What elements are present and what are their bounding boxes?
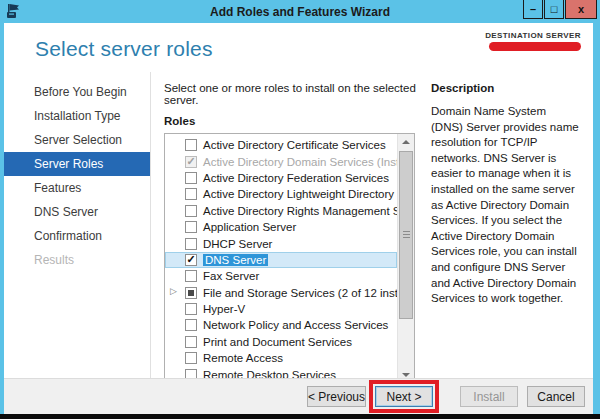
sidebar-item-dns-server[interactable]: DNS Server <box>4 200 150 224</box>
role-label: DNS Server <box>203 254 268 266</box>
role-label: Application Server <box>203 221 296 233</box>
role-row-application-server[interactable]: Application Server <box>165 219 397 235</box>
role-checkbox[interactable] <box>185 139 197 151</box>
roles-scrollbar[interactable] <box>397 134 414 383</box>
role-row-active-directory-domain-services-installed[interactable]: Active Directory Domain Services (Instal… <box>165 153 397 169</box>
sidebar-item-installation-type[interactable]: Installation Type <box>4 104 150 128</box>
destination-server-label: DESTINATION SERVER <box>485 31 581 40</box>
description-panel: Description Domain Name System (DNS) Ser… <box>417 72 593 378</box>
sidebar-nav: Before You BeginInstallation TypeServer … <box>4 72 150 378</box>
destination-server-block: DESTINATION SERVER <box>485 31 581 51</box>
role-row-fax-server[interactable]: Fax Server <box>165 268 397 284</box>
title-bar: Add Roles and Features Wizard – □ x <box>0 0 600 23</box>
role-label: File and Storage Services (2 of 12 insta… <box>203 287 415 299</box>
instruction-text: Select one or more roles to install on t… <box>164 82 417 106</box>
page-header: Select server roles DESTINATION SERVER <box>4 23 593 72</box>
previous-button[interactable]: < Previous <box>307 386 366 407</box>
roles-list: Active Directory Certificate ServicesAct… <box>165 137 397 383</box>
role-label: Fax Server <box>203 270 259 282</box>
role-checkbox[interactable] <box>185 336 197 348</box>
role-row-file-and-storage-services-2-of-12-installed[interactable]: ▷File and Storage Services (2 of 12 inst… <box>165 285 397 301</box>
role-checkbox[interactable] <box>185 319 197 331</box>
roles-panel: Select one or more roles to install on t… <box>151 72 417 378</box>
role-checkbox[interactable] <box>185 287 197 299</box>
role-label: DHCP Server <box>203 238 272 250</box>
footer-bar: < Previous Next > Install Cancel <box>4 378 593 414</box>
description-body: Domain Name System (DNS) Server provides… <box>431 104 579 307</box>
role-label: Active Directory Lightweight Directory S… <box>203 188 415 200</box>
role-label: Print and Document Services <box>203 336 352 348</box>
role-row-active-directory-federation-services[interactable]: Active Directory Federation Services <box>165 170 397 186</box>
role-row-print-and-document-services[interactable]: Print and Document Services <box>165 334 397 350</box>
add-roles-wizard-window: Add Roles and Features Wizard – □ x Sele… <box>0 0 600 419</box>
role-checkbox[interactable] <box>185 270 197 282</box>
role-row-active-directory-rights-management-services[interactable]: Active Directory Rights Management Servi… <box>165 203 397 219</box>
sidebar-item-results: Results <box>4 248 150 272</box>
roles-listbox: Active Directory Certificate ServicesAct… <box>164 133 415 384</box>
role-row-active-directory-certificate-services[interactable]: Active Directory Certificate Services <box>165 137 397 153</box>
window-title: Add Roles and Features Wizard <box>0 5 600 19</box>
role-row-hyper-v[interactable]: Hyper-V <box>165 301 397 317</box>
next-button[interactable]: Next > <box>375 386 433 407</box>
annotation-redaction-destination-server <box>489 42 581 51</box>
page-title: Select server roles <box>35 37 213 61</box>
role-row-dns-server[interactable]: DNS Server <box>165 252 397 268</box>
close-button[interactable]: x <box>565 0 597 19</box>
role-label: Active Directory Certificate Services <box>203 139 386 151</box>
sidebar-item-features[interactable]: Features <box>4 176 150 200</box>
role-row-active-directory-lightweight-directory-services[interactable]: Active Directory Lightweight Directory S… <box>165 186 397 202</box>
scrollbar-grip-icon <box>403 231 410 239</box>
annotation-box-next-button: Next > <box>369 380 439 413</box>
description-heading: Description <box>431 82 579 94</box>
role-label: Active Directory Federation Services <box>203 172 389 184</box>
role-checkbox[interactable] <box>185 254 197 266</box>
dialog-frame: Select server roles DESTINATION SERVER B… <box>0 23 600 414</box>
content-area: Before You BeginInstallation TypeServer … <box>4 72 593 378</box>
role-row-remote-access[interactable]: Remote Access <box>165 350 397 366</box>
scrollbar-thumb[interactable] <box>399 151 413 319</box>
maximize-button[interactable]: □ <box>544 0 564 19</box>
role-row-network-policy-and-access-services[interactable]: Network Policy and Access Services <box>165 317 397 333</box>
role-checkbox[interactable] <box>185 352 197 364</box>
sidebar-item-server-selection[interactable]: Server Selection <box>4 128 150 152</box>
role-row-dhcp-server[interactable]: DHCP Server <box>165 235 397 251</box>
role-checkbox[interactable] <box>185 221 197 233</box>
install-button: Install <box>460 386 518 407</box>
cancel-button[interactable]: Cancel <box>527 386 585 407</box>
roles-caption: Roles <box>164 115 417 127</box>
window-bottom-edge <box>0 414 600 419</box>
window-controls: – □ x <box>522 0 597 19</box>
role-label: Active Directory Domain Services (Instal… <box>203 156 415 168</box>
sidebar-item-server-roles[interactable]: Server Roles <box>4 152 150 176</box>
role-checkbox[interactable] <box>185 205 197 217</box>
minimize-button[interactable]: – <box>523 0 543 19</box>
sidebar-item-confirmation[interactable]: Confirmation <box>4 224 150 248</box>
role-label: Hyper-V <box>203 303 245 315</box>
role-checkbox[interactable] <box>185 238 197 250</box>
scroll-up-icon[interactable] <box>398 134 414 150</box>
role-checkbox[interactable] <box>185 188 197 200</box>
role-label: Network Policy and Access Services <box>203 319 388 331</box>
role-label: Active Directory Rights Management Servi… <box>203 205 415 217</box>
role-checkbox[interactable] <box>185 172 197 184</box>
expand-arrow-icon[interactable]: ▷ <box>170 286 177 296</box>
sidebar-item-before-you-begin[interactable]: Before You Begin <box>4 80 150 104</box>
role-checkbox <box>185 156 197 168</box>
role-label: Remote Access <box>203 352 283 364</box>
role-checkbox[interactable] <box>185 303 197 315</box>
